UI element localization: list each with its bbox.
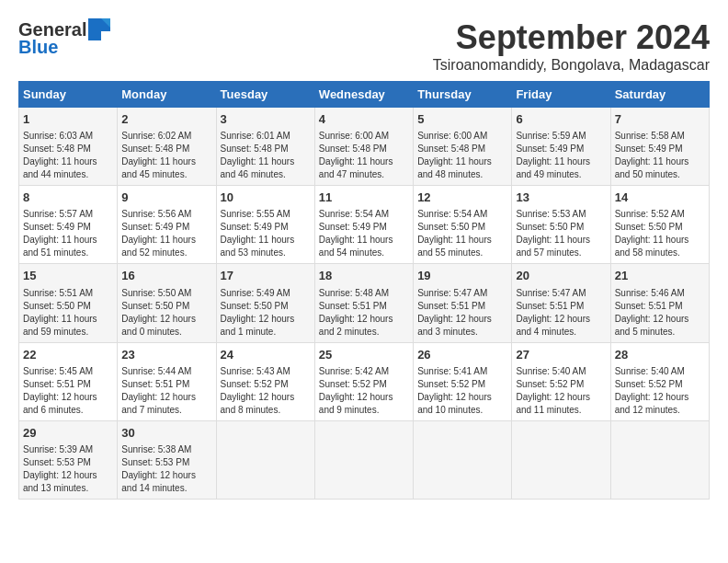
month-year-title: September 2024 — [433, 18, 710, 57]
calendar-week-row: 15Sunrise: 5:51 AMSunset: 5:50 PMDayligh… — [19, 264, 710, 342]
day-cell-22: 22Sunrise: 5:45 AMSunset: 5:51 PMDayligh… — [19, 342, 118, 420]
col-thursday: Thursday — [414, 82, 512, 108]
col-tuesday: Tuesday — [216, 82, 314, 108]
day-number: 6 — [516, 111, 606, 128]
day-number: 11 — [319, 190, 409, 206]
day-cell-18: 18Sunrise: 5:48 AMSunset: 5:51 PMDayligh… — [314, 264, 413, 342]
calendar-header-row: Sunday Monday Tuesday Wednesday Thursday… — [19, 82, 710, 108]
day-number: 24 — [221, 347, 311, 363]
calendar-week-row: 1Sunrise: 6:03 AMSunset: 5:48 PMDaylight… — [19, 108, 710, 186]
day-cell-7: 7Sunrise: 5:58 AMSunset: 5:49 PMDaylight… — [610, 108, 709, 186]
day-cell-15: 15Sunrise: 5:51 AMSunset: 5:50 PMDayligh… — [19, 264, 118, 342]
day-number: 8 — [23, 190, 113, 206]
logo: General Blue — [18, 18, 110, 58]
day-number: 5 — [417, 111, 507, 128]
col-saturday: Saturday — [610, 82, 709, 108]
day-number: 3 — [221, 111, 311, 128]
day-cell-17: 17Sunrise: 5:49 AMSunset: 5:50 PMDayligh… — [216, 264, 314, 342]
day-cell-13: 13Sunrise: 5:53 AMSunset: 5:50 PMDayligh… — [512, 186, 610, 264]
day-number: 14 — [615, 190, 705, 206]
day-cell-14: 14Sunrise: 5:52 AMSunset: 5:50 PMDayligh… — [610, 186, 709, 264]
day-cell-8: 8Sunrise: 5:57 AMSunset: 5:49 PMDaylight… — [19, 186, 118, 264]
day-cell-2: 2Sunrise: 6:02 AMSunset: 5:48 PMDaylight… — [118, 108, 216, 186]
day-number: 23 — [121, 347, 211, 363]
day-cell-28: 28Sunrise: 5:40 AMSunset: 5:52 PMDayligh… — [610, 342, 709, 420]
day-cell-11: 11Sunrise: 5:54 AMSunset: 5:49 PMDayligh… — [314, 186, 413, 264]
day-number: 20 — [516, 268, 606, 284]
day-number: 12 — [417, 190, 507, 206]
day-cell-6: 6Sunrise: 5:59 AMSunset: 5:49 PMDaylight… — [512, 108, 610, 186]
day-number: 19 — [417, 268, 507, 284]
day-cell-27: 27Sunrise: 5:40 AMSunset: 5:52 PMDayligh… — [512, 342, 610, 420]
day-cell-26: 26Sunrise: 5:41 AMSunset: 5:52 PMDayligh… — [414, 342, 512, 420]
day-cell-19: 19Sunrise: 5:47 AMSunset: 5:51 PMDayligh… — [414, 264, 512, 342]
day-number: 7 — [615, 111, 705, 128]
col-wednesday: Wednesday — [314, 82, 413, 108]
day-cell-9: 9Sunrise: 5:56 AMSunset: 5:49 PMDaylight… — [118, 186, 216, 264]
empty-cell — [314, 420, 413, 499]
calendar-table: Sunday Monday Tuesday Wednesday Thursday… — [18, 81, 710, 500]
day-number: 29 — [23, 425, 113, 442]
day-number: 15 — [23, 268, 113, 284]
day-number: 16 — [121, 268, 211, 284]
day-number: 10 — [221, 190, 311, 206]
empty-cell — [610, 420, 709, 499]
calendar-week-row: 29Sunrise: 5:39 AMSunset: 5:53 PMDayligh… — [19, 420, 710, 499]
day-number: 9 — [121, 190, 211, 206]
day-cell-23: 23Sunrise: 5:44 AMSunset: 5:51 PMDayligh… — [118, 342, 216, 420]
calendar-week-row: 8Sunrise: 5:57 AMSunset: 5:49 PMDaylight… — [19, 186, 710, 264]
col-friday: Friday — [512, 82, 610, 108]
col-monday: Monday — [118, 82, 216, 108]
empty-cell — [512, 420, 610, 499]
day-number: 13 — [516, 190, 606, 206]
day-cell-21: 21Sunrise: 5:46 AMSunset: 5:51 PMDayligh… — [610, 264, 709, 342]
day-number: 26 — [417, 347, 507, 363]
day-number: 22 — [23, 347, 113, 363]
day-number: 25 — [319, 347, 409, 363]
empty-cell — [414, 420, 512, 499]
day-cell-12: 12Sunrise: 5:54 AMSunset: 5:50 PMDayligh… — [414, 186, 512, 264]
day-cell-25: 25Sunrise: 5:42 AMSunset: 5:52 PMDayligh… — [314, 342, 413, 420]
day-cell-20: 20Sunrise: 5:47 AMSunset: 5:51 PMDayligh… — [512, 264, 610, 342]
day-cell-5: 5Sunrise: 6:00 AMSunset: 5:48 PMDaylight… — [414, 108, 512, 186]
day-cell-16: 16Sunrise: 5:50 AMSunset: 5:50 PMDayligh… — [118, 264, 216, 342]
day-cell-10: 10Sunrise: 5:55 AMSunset: 5:49 PMDayligh… — [216, 186, 314, 264]
day-number: 17 — [221, 268, 311, 284]
day-cell-1: 1Sunrise: 6:03 AMSunset: 5:48 PMDaylight… — [19, 108, 118, 186]
location-subtitle: Tsiroanomandidy, Bongolava, Madagascar — [433, 57, 710, 74]
day-cell-3: 3Sunrise: 6:01 AMSunset: 5:48 PMDaylight… — [216, 108, 314, 186]
day-cell-30: 30Sunrise: 5:38 AMSunset: 5:53 PMDayligh… — [118, 420, 216, 499]
day-cell-4: 4Sunrise: 6:00 AMSunset: 5:48 PMDaylight… — [314, 108, 413, 186]
day-number: 28 — [615, 347, 705, 363]
day-number: 1 — [23, 111, 113, 128]
col-sunday: Sunday — [19, 82, 118, 108]
day-cell-29: 29Sunrise: 5:39 AMSunset: 5:53 PMDayligh… — [19, 420, 118, 499]
day-number: 27 — [516, 347, 606, 363]
day-number: 21 — [615, 268, 705, 284]
calendar-week-row: 22Sunrise: 5:45 AMSunset: 5:51 PMDayligh… — [19, 342, 710, 420]
day-cell-24: 24Sunrise: 5:43 AMSunset: 5:52 PMDayligh… — [216, 342, 314, 420]
day-number: 30 — [121, 425, 211, 442]
empty-cell — [216, 420, 314, 499]
day-number: 4 — [319, 111, 409, 128]
day-number: 2 — [121, 111, 211, 128]
day-number: 18 — [319, 268, 409, 284]
